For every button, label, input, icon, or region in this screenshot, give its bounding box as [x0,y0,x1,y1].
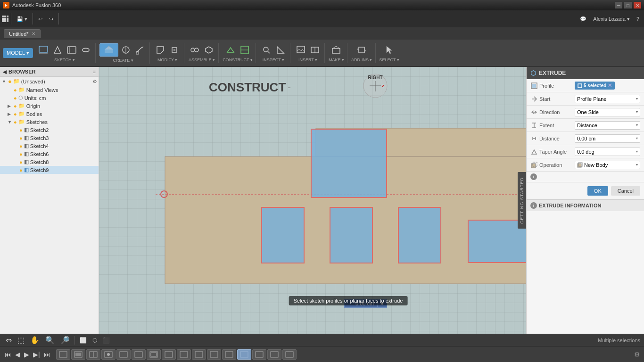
taper-angle-dropdown[interactable]: 0.0 deg ▾ [575,148,640,156]
file-menu-button[interactable]: 💾▾ [14,12,30,25]
timeline-tick-7[interactable] [147,349,161,360]
tab-close-button[interactable]: ✕ [32,31,35,36]
info-icon[interactable]: i [530,173,537,180]
maximize-button[interactable]: □ [624,2,632,8]
sketch-tool-3[interactable] [65,44,78,56]
insert-tool-1[interactable] [294,44,307,56]
blue-rect-1[interactable] [262,207,304,263]
root-options-icon[interactable]: ⊙ [93,79,97,84]
grid-icon[interactable] [2,16,8,22]
start-dropdown[interactable]: Profile Plane ▾ [575,95,640,103]
orbit-tool-button[interactable]: ⬚ [16,335,26,346]
undo-button[interactable]: ↩ [35,12,45,25]
document-tab[interactable]: Untitled* ✕ [4,29,41,38]
sweep-tool[interactable] [133,44,147,56]
compass[interactable]: RIGHT Z [361,72,389,100]
extrude-tool[interactable] [99,43,118,57]
pan-tool-button[interactable]: ⇔ [4,335,14,346]
timeline-tick-11[interactable] [207,349,221,360]
revolve-tool[interactable] [119,44,132,56]
top-blue-rect[interactable] [311,129,387,197]
tree-item-sketch8[interactable]: ● ◧ Sketch8 [0,158,99,166]
help-button[interactable]: ? [634,12,642,25]
modify-tool-2[interactable] [168,44,181,56]
assemble-tool-1[interactable] [188,44,201,56]
tree-item-units[interactable]: ● ⬡ Units: cm [0,94,99,102]
viewport[interactable]: CONSTRUCT - [99,67,526,334]
sketch-tool-4[interactable] [79,44,92,56]
tree-item-named-views[interactable]: ● 📁 Named Views [0,86,99,94]
tree-item-sketch2[interactable]: ● ◧ Sketch2 [0,126,99,134]
tree-item-sketches[interactable]: ▼ ● 📁 Sketches [0,118,99,126]
tree-item-sketch3[interactable]: ● ◧ Sketch3 [0,134,99,142]
hand-tool-button[interactable]: ✋ [28,335,41,346]
modify-tool-1[interactable] [154,44,167,56]
make-tool-1[interactable] [330,44,343,56]
timeline-tick-9[interactable] [177,349,191,360]
tree-item-root[interactable]: ▼ ● 📁 (Unsaved) ⊙ [0,77,99,86]
tree-item-sketch9[interactable]: ● ◧ Sketch9 [0,166,99,174]
timeline-last-button[interactable]: ⏭ [43,350,51,359]
timeline-tick-15[interactable] [267,349,281,360]
select-tool[interactable] [383,44,396,56]
addins-tool-1[interactable] [355,44,368,56]
svg-rect-4 [105,49,113,53]
blue-rect-3[interactable] [398,207,441,263]
timeline-tick-13[interactable] [237,349,251,360]
browser-expand-icon[interactable]: ◀ [3,69,7,74]
timeline-tick-16[interactable] [282,349,297,360]
inspect-tool-2[interactable] [274,44,287,56]
assemble-tool-2[interactable] [202,44,215,56]
timeline-tick-6[interactable] [132,349,146,360]
sketch-tool-2[interactable] [51,44,64,56]
tree-item-sketch6[interactable]: ● ◧ Sketch6 [0,150,99,158]
profile-badge-close[interactable]: ✕ [608,82,612,89]
construct-tool-2[interactable] [238,44,251,56]
ok-button[interactable]: OK [587,186,608,196]
operation-dropdown[interactable]: New Body ▾ [575,161,640,169]
profile-selected-badge[interactable]: 5 selected ✕ [575,82,615,90]
timeline-tick-5[interactable] [116,349,131,360]
user-menu-button[interactable]: Alexis Lozada ▾ [590,12,633,25]
model-mode-button[interactable]: MODEL ▾ [3,48,33,58]
inspect-tool-1[interactable] [260,44,273,56]
timeline-prev-button[interactable]: ◀ [14,350,21,359]
tree-item-bodies[interactable]: ▶ ● 📁 Bodies [0,110,99,118]
insert-tool-2[interactable] [308,44,322,56]
grid-settings-button[interactable]: ⬛ [101,336,112,345]
minimize-button[interactable]: ─ [615,2,622,8]
timeline-tick-2[interactable] [71,349,85,360]
zoom-out-button[interactable]: 🔎 [58,335,72,346]
browser-options-icon[interactable]: ≡ [93,69,96,74]
tree-item-origin[interactable]: ▶ ● 📁 Origin [0,102,99,110]
timeline-tick-10[interactable] [192,349,206,360]
browser-header: ◀ BROWSER ≡ [0,67,99,77]
display-settings-button[interactable]: ⬡ [91,336,99,345]
view-cube-button[interactable]: ⬜ [78,336,89,345]
sketch-tool-1[interactable] [37,44,50,56]
redo-button[interactable]: ↪ [46,12,56,25]
timeline-first-button[interactable]: ⏮ [4,350,12,359]
timeline-tick-8[interactable] [162,349,176,360]
extent-dropdown[interactable]: Distance ▾ [575,121,640,130]
blue-rect-2[interactable] [330,207,372,263]
cancel-button[interactable]: Cancel [611,186,640,196]
distance-arrow-button[interactable]: ▼ [377,299,387,308]
timeline-tick-14[interactable] [252,349,266,360]
timeline-settings-button[interactable]: ⚙ [634,351,640,358]
timeline-play-button[interactable]: ▶ [23,350,30,359]
close-button[interactable]: ✕ [634,2,641,8]
timeline-tick-1[interactable] [56,349,70,360]
distance-field[interactable] [344,299,377,308]
timeline-tick-4[interactable] [101,349,116,360]
timeline-tick-3[interactable] [86,349,100,360]
tree-item-sketch4[interactable]: ● ◧ Sketch4 [0,142,99,150]
direction-dropdown[interactable]: One Side ▾ [575,108,640,116]
construct-tool-1[interactable] [224,44,237,56]
zoom-in-button[interactable]: 🔍 [43,335,57,346]
timeline-tick-12[interactable] [222,349,236,360]
getting-started-tab[interactable]: GETTING STARTED [518,172,526,229]
distance-dropdown[interactable]: 0.00 cm ▾ [575,134,640,143]
timeline-step-button[interactable]: ▶| [32,350,41,359]
comment-button[interactable]: 💬 [577,12,589,25]
